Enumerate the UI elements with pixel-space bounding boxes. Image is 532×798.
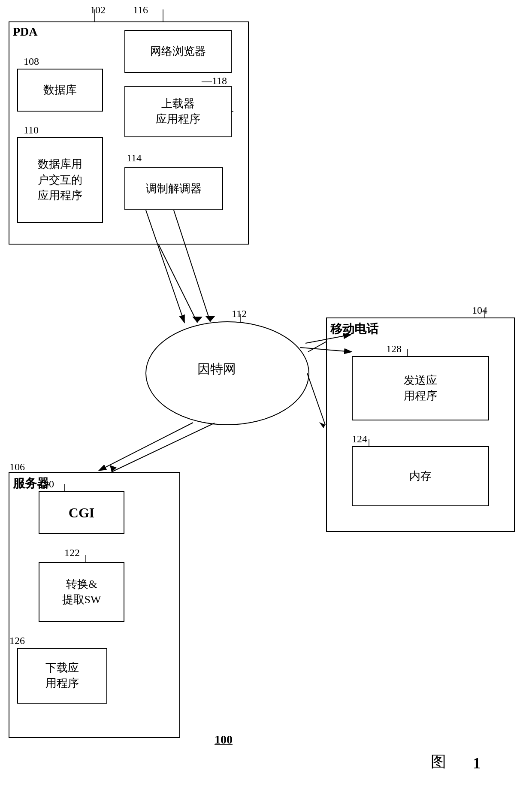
modem-label: 调制解调器 [146, 181, 202, 196]
svg-line-17 [99, 423, 193, 471]
svg-line-5 [112, 423, 215, 472]
svg-marker-6 [110, 465, 117, 472]
browser-label: 网络浏览器 [150, 44, 206, 59]
send-app-box: 发送应 用程序 [352, 356, 489, 420]
downloader-label: 下载应 用程序 [45, 660, 79, 692]
ref-112: 112 [232, 308, 247, 320]
ref-118: —118 [202, 75, 227, 87]
svg-marker-12 [205, 316, 215, 322]
uploader-label: 上载器 应用程序 [156, 96, 200, 127]
fig-num: 1 [473, 754, 481, 772]
browser-box: 网络浏览器 [124, 30, 232, 73]
uploader-box: 上载器 应用程序 [124, 86, 232, 137]
ref-122: 122 [64, 547, 80, 559]
converter-box: 转换& 提取SW [39, 562, 124, 622]
ref-104: 104 [472, 305, 487, 316]
svg-marker-2 [192, 317, 203, 323]
internet-label: 因特网 [197, 360, 236, 378]
ref-102: 102 [90, 4, 106, 16]
database-box: 数据库 [17, 69, 103, 112]
diagram-container: PDA 102 108 数据库 110 数据库用 户交互的 应用程序 116 网… [0, 0, 532, 798]
converter-label: 转换& 提取SW [62, 577, 101, 608]
ref-126: 126 [9, 635, 25, 647]
ref-124: 124 [352, 433, 367, 445]
cgi-box: CGI [39, 491, 124, 534]
memory-label: 内存 [409, 469, 432, 484]
downloader-box: 下载应 用程序 [17, 648, 107, 704]
cgi-label: CGI [69, 503, 94, 523]
pda-label: PDA [13, 25, 38, 39]
ref-120: 120 [39, 478, 54, 490]
send-app-label: 发送应 用程序 [404, 373, 437, 404]
ref-114: 114 [127, 152, 142, 164]
database-label: 数据库 [43, 82, 77, 98]
ref-128: 128 [386, 343, 402, 355]
db-app-box: 数据库用 户交互的 应用程序 [17, 137, 103, 223]
svg-line-7 [307, 373, 325, 425]
ref-100: 100 [215, 733, 233, 747]
ref-116: 116 [133, 4, 148, 16]
db-app-label: 数据库用 户交互的 应用程序 [38, 157, 82, 203]
ref-108: 108 [24, 56, 39, 67]
memory-box: 内存 [352, 446, 489, 506]
mobile-phone-label: 移动电话 [330, 321, 378, 337]
fig-label: 图 [431, 751, 446, 772]
modem-box: 调制解调器 [124, 167, 223, 210]
svg-marker-8 [319, 422, 325, 428]
ref-106: 106 [9, 461, 25, 473]
ref-110: 110 [24, 124, 39, 136]
